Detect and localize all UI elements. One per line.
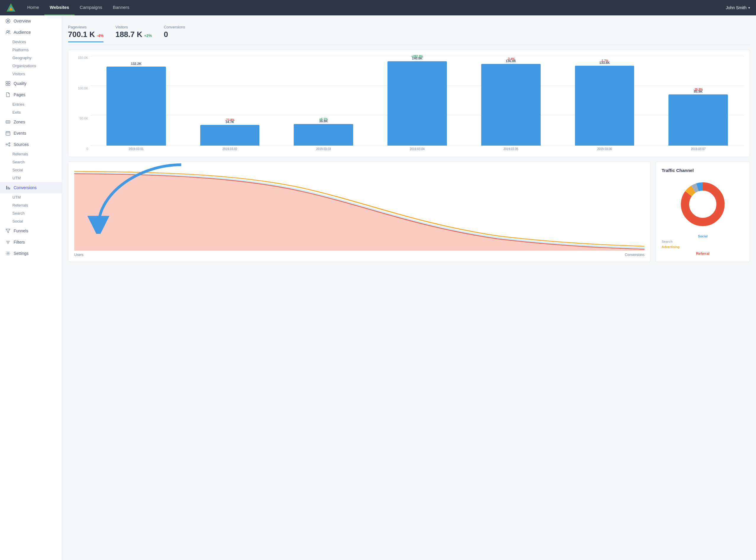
sidebar-item-overview-label: Overview [14, 19, 31, 23]
sidebar-item-quality[interactable]: Quality [0, 78, 62, 89]
bar[interactable] [669, 95, 728, 146]
sidebar-item-zones[interactable]: Zones [0, 116, 62, 127]
bottom-row: Users Conversions Traffic C [68, 162, 750, 262]
gear-icon [5, 251, 10, 256]
bar[interactable] [294, 124, 353, 146]
svg-rect-10 [8, 84, 10, 85]
sidebar-sub-devices[interactable]: Devices [13, 38, 62, 46]
yaxis-label-3: 0 [86, 147, 88, 151]
sidebar-item-audience-label: Audience [14, 30, 31, 35]
bar[interactable] [106, 66, 166, 146]
pageviews-value-row: 700.1 K -4% [68, 30, 104, 39]
nav-banners[interactable]: Banners [107, 0, 134, 15]
circle-icon [5, 18, 10, 24]
sidebar-item-filters[interactable]: Filters [0, 237, 62, 248]
pageviews-change: -4% [97, 34, 104, 38]
user-menu[interactable]: John Smith ▾ [726, 5, 750, 10]
bar[interactable] [481, 64, 541, 146]
sidebar-item-zones-label: Zones [14, 120, 25, 124]
sidebar-sub-utm[interactable]: UTM [13, 174, 62, 182]
bar-group: +282.9%140.8K [372, 56, 463, 146]
nav-home[interactable]: Home [22, 0, 44, 15]
sources-icon [5, 142, 10, 147]
users-icon [5, 29, 10, 35]
xaxis-label: 2019.03.05 [465, 147, 556, 151]
bar-value-label: 133.8K [599, 61, 610, 64]
sidebar-item-quality-label: Quality [14, 81, 27, 86]
bar-chart-area: 150.0K 100.0K 50.0K 0 [74, 56, 744, 151]
bar-group: -1.7%133.8K [559, 56, 650, 146]
sidebar-item-pages[interactable]: Pages [0, 89, 62, 100]
xaxis-label: 2019.03.03 [278, 147, 369, 151]
svg-rect-8 [8, 81, 10, 83]
sidebar: Overview Audience Devices Platforms Geog… [0, 15, 62, 560]
sidebar-item-filters-label: Filters [14, 240, 25, 244]
svg-point-5 [6, 31, 8, 32]
sidebar-item-events-label: Events [14, 131, 26, 136]
sidebar-sub-exits[interactable]: Exits [13, 108, 62, 116]
sidebar-sub-organizations[interactable]: Organizations [13, 62, 62, 70]
legend-search: Search [662, 240, 673, 243]
events-icon [5, 131, 10, 136]
visitors-label: Visitors [115, 25, 152, 29]
funnels-icon [5, 228, 10, 234]
svg-rect-7 [6, 81, 8, 83]
conversions-icon [5, 185, 10, 190]
nav-websites[interactable]: Websites [44, 0, 75, 15]
legend-referral: Referral [696, 252, 709, 256]
filters-icon [5, 239, 10, 245]
legend-advertising: Advertising [662, 245, 680, 248]
traffic-channel-title: Traffic Channel [662, 168, 744, 173]
pages-submenu: Entries Exits [0, 100, 62, 116]
bar[interactable] [200, 125, 260, 146]
bars-and-grid: 132.2K-73.8%34.7K+6.1%36.8K+282.9%140.8K… [90, 56, 744, 146]
sidebar-sub-conv-utm[interactable]: UTM [13, 193, 62, 201]
yaxis-label-0: 150.0K [78, 56, 88, 60]
donut-chart-svg [676, 178, 729, 231]
sidebar-sub-visitors[interactable]: Visitors [13, 70, 62, 78]
sidebar-item-funnels[interactable]: Funnels [0, 225, 62, 237]
conversions-label: Conversions [164, 25, 185, 29]
sidebar-item-settings[interactable]: Settings [0, 248, 62, 259]
bar[interactable] [575, 66, 634, 146]
visitors-value-row: 188.7 K +2% [115, 30, 152, 39]
sidebar-sub-referrals[interactable]: Referrals [13, 150, 62, 158]
bar-group: -35.8%85.9K [652, 56, 744, 146]
svg-rect-9 [6, 84, 8, 85]
sidebar-item-conversions[interactable]: Conversions [0, 182, 62, 193]
sidebar-sub-conv-social[interactable]: Social [13, 217, 62, 225]
sidebar-item-sources[interactable]: Sources [0, 139, 62, 150]
audience-submenu: Devices Platforms Geography Organization… [0, 38, 62, 78]
xaxis-label: 2019.03.01 [90, 147, 182, 151]
curve-chart-svg [74, 168, 645, 251]
conversions-value: 0 [164, 30, 168, 39]
sidebar-item-settings-label: Settings [14, 251, 29, 256]
nav-campaigns[interactable]: Campaigns [75, 0, 108, 15]
nav-links: Home Websites Campaigns Banners [22, 0, 726, 15]
sidebar-item-overview[interactable]: Overview [0, 15, 62, 27]
sidebar-item-audience[interactable]: Audience [0, 27, 62, 38]
sidebar-sub-search[interactable]: Search [13, 158, 62, 166]
stat-pageviews: Pageviews 700.1 K -4% [68, 25, 104, 42]
sidebar-sub-entries[interactable]: Entries [13, 100, 62, 108]
conversions-submenu: UTM Referrals Search Social [0, 193, 62, 225]
pageviews-underline [68, 41, 104, 42]
bar-chart-card: 150.0K 100.0K 50.0K 0 [68, 50, 750, 157]
bar-value-label: 85.9K [694, 90, 702, 93]
traffic-channel-card: Traffic Channel [655, 162, 750, 262]
sidebar-sub-conv-search[interactable]: Search [13, 209, 62, 217]
bar[interactable] [387, 61, 447, 146]
sidebar-sub-geography[interactable]: Geography [13, 54, 62, 62]
sidebar-sub-social[interactable]: Social [13, 166, 62, 174]
sidebar-item-pages-label: Pages [14, 92, 25, 97]
logo[interactable] [6, 3, 16, 13]
sources-submenu: Referrals Search Social UTM [0, 150, 62, 182]
sidebar-sub-conv-referrals[interactable]: Referrals [13, 201, 62, 209]
yaxis-label-1: 100.0K [78, 86, 88, 90]
donut-legend-list: Social Search Advertising [662, 235, 744, 256]
sidebar-sub-platforms[interactable]: Platforms [13, 46, 62, 54]
bar-value-label: 36.8K [319, 119, 328, 123]
svg-point-18 [9, 143, 10, 144]
sidebar-item-events[interactable]: Events [0, 127, 62, 139]
svg-line-22 [7, 145, 9, 145]
